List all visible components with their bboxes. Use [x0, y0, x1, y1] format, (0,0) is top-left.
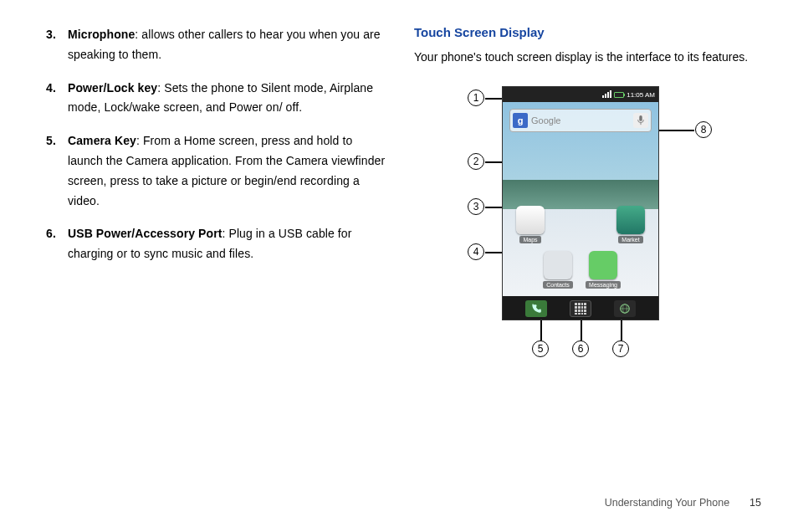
callout-4: 4: [468, 243, 484, 260]
app-row: Contacts Messaging: [503, 251, 658, 293]
footer-section: Understanding Your Phone: [605, 497, 729, 509]
dock-apps-button[interactable]: [570, 300, 591, 317]
status-time: 11:05 AM: [627, 91, 655, 99]
section-heading: Touch Screen Display: [414, 25, 765, 39]
callout-line: [540, 320, 542, 340]
page-number: 15: [749, 497, 761, 509]
phone-screenshot: 11:05 AM g Google Maps: [502, 86, 659, 320]
app-messaging[interactable]: Messaging: [584, 251, 622, 293]
apps-grid-icon: [575, 303, 586, 315]
section-intro: Your phone's touch screen display is the…: [414, 48, 765, 66]
app-maps[interactable]: Maps: [511, 206, 550, 248]
app-row: Maps Market: [511, 206, 650, 248]
left-column: 3. Microphone: allows other callers to h…: [46, 25, 389, 362]
microphone-icon[interactable]: [633, 113, 648, 128]
search-widget[interactable]: g Google: [509, 109, 652, 132]
dock-browser-button[interactable]: [614, 300, 636, 317]
callout-3: 3: [468, 198, 484, 215]
list-item-6: 6. USB Power/Accessory Port: Plug in a U…: [46, 224, 389, 264]
page-footer: Understanding Your Phone 15: [605, 497, 761, 509]
callout-7: 7: [612, 340, 629, 357]
list-term: Camera Key: [68, 134, 136, 147]
list-number: 4.: [46, 79, 68, 119]
contacts-icon: [544, 251, 572, 279]
list-number: 5.: [46, 131, 68, 211]
maps-icon: [516, 206, 545, 234]
home-screen: g Google Maps Market: [503, 102, 658, 296]
globe-icon: [619, 303, 631, 315]
search-placeholder: Google: [531, 115, 630, 125]
list-number: 6.: [46, 224, 68, 264]
list-item-5: 5. Camera Key: From a Home screen, press…: [46, 131, 389, 211]
callout-6: 6: [572, 340, 589, 357]
callout-2: 2: [468, 153, 484, 170]
list-body: Microphone: allows other callers to hear…: [68, 25, 389, 65]
status-bar: 11:05 AM: [503, 87, 658, 102]
right-column: Touch Screen Display Your phone's touch …: [414, 25, 765, 362]
list-body: Camera Key: From a Home screen, press an…: [68, 131, 389, 211]
callout-8: 8: [695, 121, 712, 138]
app-label: Maps: [519, 236, 540, 243]
app-contacts[interactable]: Contacts: [539, 251, 577, 293]
signal-icon: [602, 91, 611, 98]
callout-line: [485, 161, 502, 163]
list-body: Power/Lock key: Sets the phone to Silent…: [68, 79, 389, 119]
callout-line: [581, 320, 582, 340]
app-label: Market: [618, 236, 642, 243]
list-term: Microphone: [68, 28, 135, 41]
list-term: Power/Lock key: [68, 81, 157, 95]
phone-icon: [530, 303, 542, 315]
google-badge-icon: g: [513, 113, 528, 128]
dock-bar: [503, 296, 658, 320]
list-body: USB Power/Accessory Port: Plug in a USB …: [68, 224, 389, 264]
battery-icon: [614, 92, 624, 98]
list-item-3: 3. Microphone: allows other callers to h…: [46, 25, 389, 65]
app-label: Contacts: [543, 281, 573, 289]
svg-rect-0: [639, 115, 642, 121]
callout-1: 1: [468, 90, 484, 106]
phone-figure: 1 2 3 4 8 5 6 7 11:05 AM: [414, 78, 749, 362]
list-item-4: 4. Power/Lock key: Sets the phone to Sil…: [46, 79, 389, 119]
callout-5: 5: [532, 340, 549, 357]
messaging-icon: [589, 251, 617, 279]
dock-phone-button[interactable]: [525, 300, 547, 317]
app-label: Messaging: [586, 281, 621, 289]
app-market[interactable]: Market: [611, 206, 650, 248]
list-term: USB Power/Accessory Port: [68, 227, 222, 240]
callout-line: [621, 320, 622, 340]
list-number: 3.: [46, 25, 68, 65]
market-icon: [616, 206, 645, 234]
